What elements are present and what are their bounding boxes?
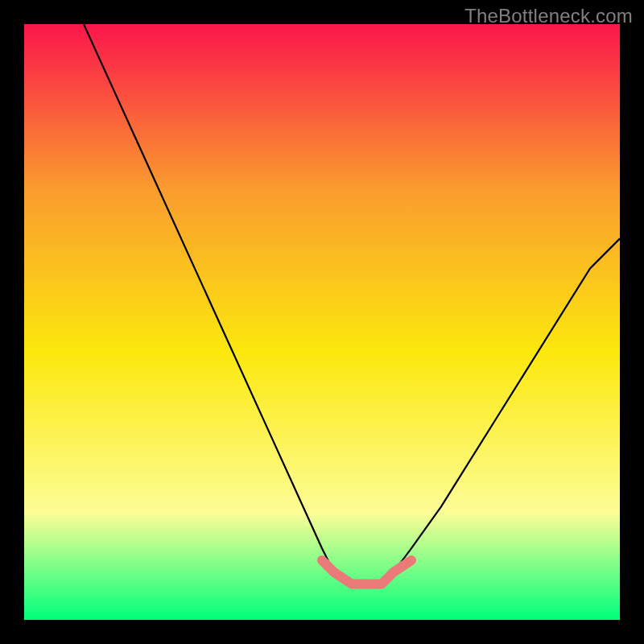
chart-plot xyxy=(24,24,620,620)
watermark-text: TheBottleneck.com xyxy=(464,5,633,27)
chart-container: TheBottleneck.com xyxy=(0,0,644,644)
chart-svg xyxy=(24,24,620,620)
chart-background xyxy=(24,24,620,620)
